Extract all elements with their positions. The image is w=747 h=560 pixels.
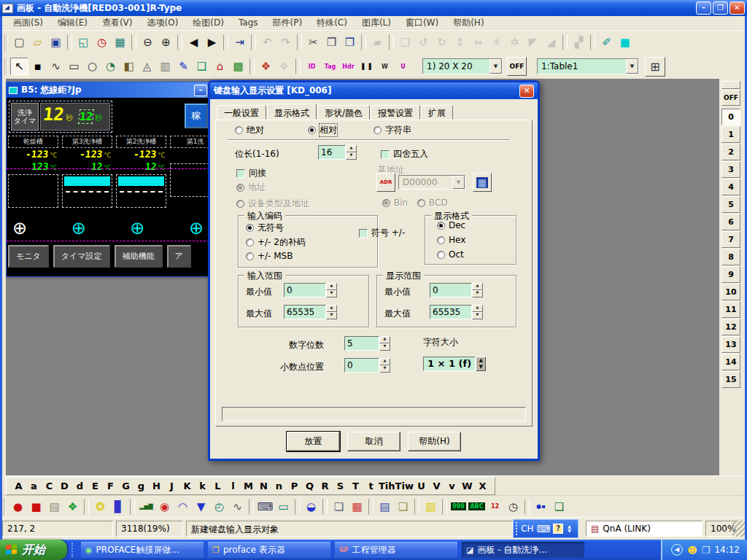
- dialog-tab[interactable]: 扩展: [421, 105, 453, 120]
- hmi-menu-button[interactable]: タイマ設定: [53, 245, 110, 268]
- tag-letter[interactable]: d: [72, 481, 88, 491]
- library-3d-icon[interactable]: ❖: [257, 58, 275, 75]
- flip-horizontal-icon[interactable]: ⇔: [469, 34, 487, 51]
- hmi-panel-wash2[interactable]: 第2洗浄槽 -123°C 12°C: [116, 136, 166, 208]
- state-number-button[interactable]: 14: [721, 354, 740, 370]
- tag-letter[interactable]: Tiw: [395, 481, 414, 491]
- timer-display-selected[interactable]: 洗浄タイマ 12 秒 12 秒: [9, 101, 112, 133]
- tag-letter[interactable]: E: [88, 481, 103, 491]
- chevron-down-icon[interactable]: ▼: [489, 59, 502, 74]
- restore-button[interactable]: ❐: [713, 1, 728, 15]
- tag-letter[interactable]: K: [179, 481, 195, 491]
- polygon-tool[interactable]: ◬: [138, 58, 156, 75]
- spin-up-icon[interactable]: ▲: [379, 358, 390, 365]
- circle-tool[interactable]: ○: [83, 58, 101, 75]
- spin-down-icon[interactable]: ▼: [472, 290, 483, 298]
- tag-letter[interactable]: t: [363, 481, 379, 491]
- menu-item[interactable]: 帮助(H): [446, 15, 491, 31]
- alarm-part-icon[interactable]: ◒: [302, 498, 320, 516]
- pump-icon[interactable]: ⊕: [71, 219, 86, 238]
- char-size-select[interactable]: 1 × 1 (f) ▲▼: [423, 357, 486, 371]
- screen-part-tool[interactable]: ❑: [193, 58, 211, 75]
- data-transfer-icon[interactable]: ▤: [376, 498, 394, 516]
- close-button[interactable]: ✕: [729, 1, 745, 15]
- address-keypad-button[interactable]: ADR: [376, 173, 395, 192]
- input-max-value[interactable]: 65535: [284, 305, 326, 319]
- state-number-button[interactable]: 9: [721, 266, 740, 283]
- indirect-checkbox[interactable]: 间接: [236, 167, 266, 179]
- digits-value[interactable]: 5: [344, 336, 379, 351]
- zoom-in-icon[interactable]: ⊕: [157, 34, 175, 51]
- menu-item[interactable]: 绘图(D): [185, 15, 231, 31]
- state-number-button[interactable]: 0: [721, 109, 740, 125]
- tag-letter[interactable]: M: [241, 481, 256, 491]
- dialog-tab[interactable]: 一般设置: [217, 105, 266, 120]
- child-window-titlebar[interactable]: B5: 悠線鉅?Jp –: [7, 82, 209, 98]
- bit-switch-icon[interactable]: ●: [9, 498, 27, 516]
- display-max-spinner[interactable]: 65535 ▲▼: [430, 305, 483, 319]
- hmi-menu-button[interactable]: 補助機能: [115, 245, 163, 268]
- hmi-panel-wash1[interactable]: 第1洗 -: [170, 136, 209, 208]
- library-gray-icon[interactable]: ❖: [275, 58, 293, 75]
- check-marker-icon[interactable]: ✐: [597, 34, 616, 51]
- new-icon[interactable]: ▢: [10, 34, 28, 51]
- next-screen-icon[interactable]: ▶: [203, 34, 221, 51]
- language-bar-options-icon[interactable]: ▲▼: [568, 524, 571, 533]
- spin-down-icon[interactable]: ▼: [326, 312, 337, 319]
- select-tool[interactable]: ↖: [10, 58, 28, 75]
- selector-switch-icon[interactable]: ▤: [45, 498, 63, 516]
- tag-letter[interactable]: R: [317, 481, 333, 491]
- spin-up-icon[interactable]: ▲: [472, 305, 483, 312]
- lamp-icon[interactable]: ❂: [91, 498, 109, 516]
- radio-string[interactable]: 字符串: [374, 124, 411, 136]
- tag-letter[interactable]: V: [429, 481, 444, 491]
- state-number-button[interactable]: 13: [721, 336, 740, 353]
- display-max-value[interactable]: 65535: [430, 305, 472, 319]
- tag-letter[interactable]: X: [475, 481, 490, 491]
- pump-icon[interactable]: ⊕: [130, 219, 144, 238]
- tag-letter[interactable]: g: [133, 481, 149, 491]
- tag-letter[interactable]: U: [414, 481, 429, 491]
- spin-up-icon[interactable]: ▲: [379, 336, 390, 343]
- tag-letter[interactable]: l: [225, 481, 241, 491]
- rotate-ccw-icon[interactable]: ↺: [414, 34, 433, 51]
- drag-handle[interactable]: [516, 522, 518, 535]
- tag-letter[interactable]: P: [287, 481, 302, 491]
- state-off-button[interactable]: OFF: [721, 90, 740, 106]
- calculator-button[interactable]: ▦: [473, 173, 492, 192]
- hmi-menu-button[interactable]: モニタ: [8, 245, 49, 268]
- network-icon[interactable]: ❒: [702, 545, 711, 556]
- color-swatch-icon[interactable]: ■: [616, 34, 634, 51]
- pattern-toggle-icon[interactable]: ▌▐: [357, 58, 376, 75]
- child-minimize-button[interactable]: –: [194, 85, 207, 96]
- bit-length-value[interactable]: 16: [318, 145, 346, 160]
- dialog-tab[interactable]: 报警设置: [371, 105, 420, 120]
- menu-item[interactable]: Tags: [231, 16, 266, 29]
- display-min-value[interactable]: 0: [430, 283, 472, 298]
- open-icon[interactable]: ▱: [28, 34, 47, 51]
- tag-letter[interactable]: Q: [302, 481, 317, 491]
- chevron-down-icon[interactable]: ▼: [626, 59, 638, 74]
- sign-checkbox[interactable]: 符号 +/-: [359, 227, 405, 239]
- dialog-tab[interactable]: 形状/颜色: [317, 105, 370, 120]
- spin-down-icon[interactable]: ▼: [379, 343, 390, 351]
- language-bar[interactable]: CH ⌨ ? ▲▼: [513, 519, 578, 538]
- logging-part-icon[interactable]: ▦: [348, 498, 366, 516]
- rect-tool[interactable]: ▭: [65, 58, 83, 75]
- spin-up-icon[interactable]: ▲: [346, 145, 357, 152]
- date-display-icon[interactable]: 12: [486, 498, 504, 516]
- tag-letter[interactable]: D: [57, 481, 72, 491]
- menu-item[interactable]: 特殊(C): [309, 15, 355, 31]
- bring-front-icon[interactable]: ◤: [524, 34, 542, 51]
- pump-icon[interactable]: ⊕: [189, 219, 204, 238]
- hdr-toggle-icon[interactable]: Hdr: [339, 58, 357, 75]
- radio-msb[interactable]: +/- MSB: [246, 251, 293, 261]
- zoom-out-icon[interactable]: ⊖: [139, 34, 157, 51]
- tag-letter[interactable]: J: [164, 481, 179, 491]
- time-display-icon[interactable]: ◷: [504, 498, 522, 516]
- align-icon[interactable]: ❏: [396, 34, 414, 51]
- dot-tool[interactable]: ▪: [28, 58, 47, 75]
- wireframe-toggle-icon[interactable]: W: [376, 58, 394, 75]
- tag-letter[interactable]: T: [348, 481, 363, 491]
- alarm-clock-icon[interactable]: ◷: [93, 34, 111, 51]
